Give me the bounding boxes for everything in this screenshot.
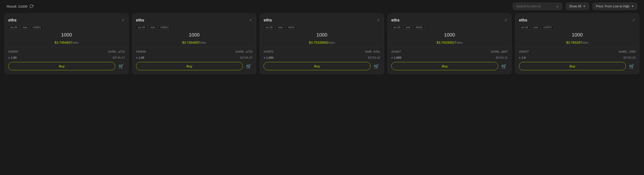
card-item: eths ✓ erc-20mint#8292 1000 $3.76330527/… bbox=[388, 14, 512, 74]
tag: erc-20 bbox=[136, 25, 147, 29]
card-price: $3.75339662/eths bbox=[264, 40, 380, 44]
price-unit: /eths bbox=[72, 41, 78, 44]
card-tags: erc-20mint#10973 bbox=[519, 25, 636, 29]
eth-value: ♦ 1.9 bbox=[519, 56, 526, 59]
eth-amount: 1.89 bbox=[11, 56, 16, 59]
tag: #8292 bbox=[414, 25, 425, 29]
tag: erc-20 bbox=[391, 25, 402, 29]
card-item: eths ✓ erc-20mint#10973 1000 $3.765287/e… bbox=[515, 14, 639, 74]
price-unit: /eths bbox=[582, 41, 588, 44]
eth-icon: ♦ bbox=[8, 56, 10, 59]
eth-value: ♦ 1.894 bbox=[264, 56, 274, 59]
card-meta: #23870 0xdff...67bc bbox=[264, 50, 380, 53]
price-sort-dropdown[interactable]: Price: From Low to High ▼ bbox=[592, 3, 637, 10]
card-address: 0x599...ab07 bbox=[491, 50, 508, 53]
tag: erc-20 bbox=[519, 25, 530, 29]
usd-value: $3763.31 bbox=[496, 56, 508, 59]
card-title: eths bbox=[391, 18, 400, 22]
refresh-icon[interactable] bbox=[29, 4, 33, 8]
tag: #2531 bbox=[286, 25, 297, 29]
card-item: eths ✓ erc-20mint#18912 1000 $3.7454697/… bbox=[4, 14, 129, 74]
tag: erc-20 bbox=[264, 25, 274, 29]
card-eth-row: ♦ 1.899 $3763.31 bbox=[391, 56, 508, 59]
tag: #18912 bbox=[31, 25, 43, 29]
card-address: 0x456...a723 bbox=[236, 50, 252, 53]
card-eth-row: ♦ 1.9 $3765.29 bbox=[519, 56, 636, 59]
card-meta: #24447 0x599...ab07 bbox=[391, 50, 508, 53]
card-id: #23870 bbox=[264, 50, 273, 53]
card-price: $3.7454697/eths bbox=[8, 40, 125, 44]
card-title: eths bbox=[264, 18, 272, 22]
usd-value: $3745.47 bbox=[112, 56, 125, 59]
card-title: eths bbox=[8, 18, 16, 22]
price-unit: /eths bbox=[200, 41, 206, 44]
card-actions: Buy 🛒 bbox=[391, 62, 508, 70]
result-count: Result: 21000 bbox=[7, 4, 28, 8]
card-actions: Buy 🛒 bbox=[8, 62, 125, 70]
card-price: $3.7454697/eths bbox=[136, 40, 253, 44]
eth-icon: ♦ bbox=[136, 56, 138, 59]
card-amount: 1000 bbox=[264, 32, 380, 38]
eth-icon: ♦ bbox=[391, 56, 393, 59]
card-amount: 1000 bbox=[391, 32, 508, 38]
eth-amount: 1.9 bbox=[522, 56, 526, 59]
search-box[interactable]: ⌕ bbox=[513, 3, 562, 10]
verified-icon: ✓ bbox=[504, 18, 508, 22]
card-amount: 1000 bbox=[8, 32, 125, 38]
usd-value: $3765.29 bbox=[624, 56, 636, 59]
chevron-down-icon: ▼ bbox=[583, 5, 586, 8]
chevron-down-icon: ▼ bbox=[631, 5, 634, 8]
cart-button[interactable]: 🛒 bbox=[373, 63, 380, 70]
eth-amount: 1.899 bbox=[394, 56, 401, 59]
divider bbox=[388, 47, 512, 47]
card-item: eths ✓ erc-20mint#18913 1000 $3.7454697/… bbox=[132, 14, 256, 74]
search-input[interactable] bbox=[516, 4, 555, 8]
show-all-dropdown[interactable]: Show All ▼ bbox=[566, 3, 589, 10]
card-header: eths ✓ bbox=[391, 18, 508, 22]
card-eth-row: ♦ 1.894 $3753.40 bbox=[264, 56, 380, 59]
cart-button[interactable]: 🛒 bbox=[628, 63, 636, 70]
buy-button[interactable]: Buy bbox=[391, 62, 498, 70]
buy-button[interactable]: Buy bbox=[264, 62, 370, 70]
eth-icon: ♦ bbox=[519, 56, 520, 59]
tag: erc-20 bbox=[8, 25, 19, 29]
card-actions: Buy 🛒 bbox=[519, 62, 636, 70]
price-value: $3.7454697 bbox=[182, 40, 200, 44]
card-id: #30555 bbox=[8, 50, 18, 53]
card-header: eths ✓ bbox=[136, 18, 253, 22]
card-id: #30648 bbox=[136, 50, 146, 53]
price-value: $3.75339662 bbox=[309, 40, 329, 44]
card-amount: 1000 bbox=[519, 32, 636, 38]
buy-button[interactable]: Buy bbox=[136, 62, 243, 70]
card-tags: erc-20mint#2531 bbox=[264, 25, 380, 29]
card-price: $3.765287/eths bbox=[519, 40, 636, 44]
buy-button[interactable]: Buy bbox=[8, 62, 115, 70]
card-amount: 1000 bbox=[136, 32, 253, 38]
card-title: eths bbox=[519, 18, 527, 22]
card-tags: erc-20mint#8292 bbox=[391, 25, 508, 29]
card-item: eths ✓ erc-20mint#2531 1000 $3.75339662/… bbox=[260, 14, 384, 74]
card-actions: Buy 🛒 bbox=[136, 62, 253, 70]
cart-button[interactable]: 🛒 bbox=[500, 63, 508, 70]
usd-value: $3753.40 bbox=[368, 56, 380, 59]
card-actions: Buy 🛒 bbox=[264, 62, 380, 70]
cart-button[interactable]: 🛒 bbox=[118, 63, 125, 70]
card-meta: #30555 0x456...a723 bbox=[8, 50, 125, 53]
card-header: eths ✓ bbox=[264, 18, 380, 22]
card-header: eths ✓ bbox=[8, 18, 125, 22]
price-value: $3.76330527 bbox=[436, 40, 456, 44]
usd-value: $3745.47 bbox=[240, 56, 252, 59]
price-sort-label: Price: From Low to High bbox=[596, 4, 630, 8]
tag: mint bbox=[404, 25, 412, 29]
eth-value: ♦ 1.899 bbox=[391, 56, 401, 59]
card-id: #24447 bbox=[391, 50, 401, 53]
buy-button[interactable]: Buy bbox=[519, 62, 626, 70]
tag: mint bbox=[276, 25, 285, 29]
divider bbox=[260, 47, 384, 47]
search-icon[interactable]: ⌕ bbox=[556, 4, 559, 8]
eth-amount: 1.89 bbox=[138, 56, 144, 59]
card-tags: erc-20mint#18912 bbox=[8, 25, 125, 29]
verified-icon: ✓ bbox=[249, 18, 252, 22]
cart-button[interactable]: 🛒 bbox=[245, 63, 252, 70]
verified-icon: ✓ bbox=[632, 18, 636, 22]
